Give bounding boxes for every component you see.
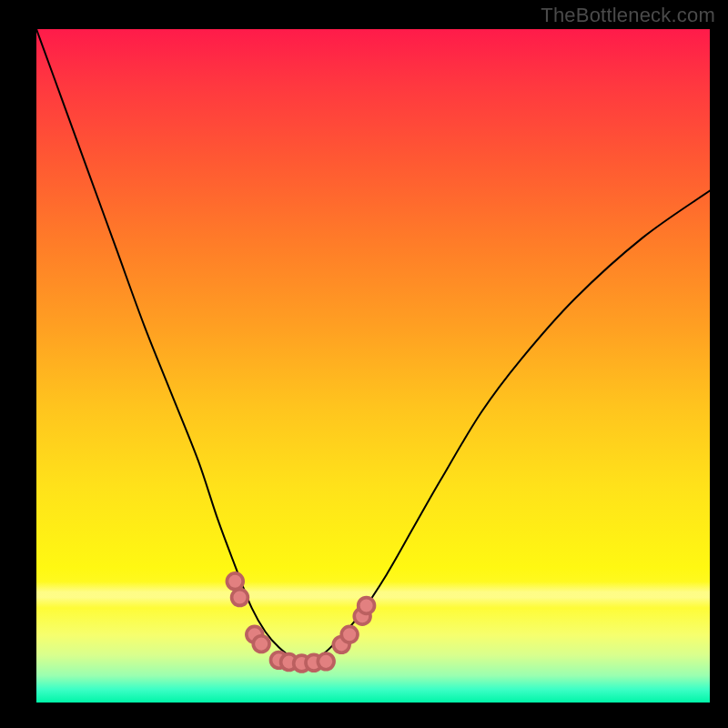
markers-group [227,573,374,672]
marker-dot [341,626,358,642]
marker-dot [359,598,375,614]
plot-area [36,29,710,703]
chart-frame: TheBottleneck.com [0,0,728,728]
curve-svg [36,29,710,703]
marker-dot [253,636,269,652]
marker-dot [232,590,248,606]
bottleneck-curve [36,29,710,661]
watermark-text: TheBottleneck.com [541,4,715,27]
marker-dot [227,573,243,590]
marker-dot [318,653,334,670]
